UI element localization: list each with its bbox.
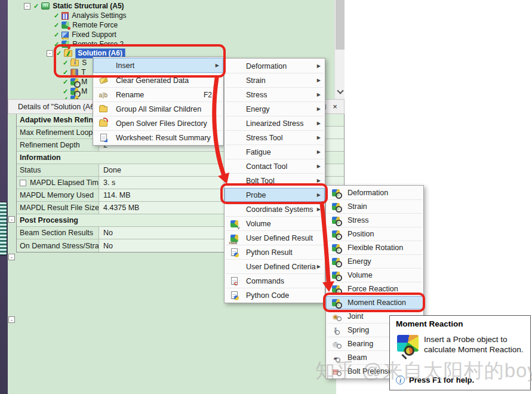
menu-item-python-result[interactable]: Python Result (225, 245, 325, 259)
tree-item-label: S (82, 59, 87, 67)
menu-item-label: Linearized Stress (241, 119, 322, 128)
bearing-probe-icon (333, 341, 339, 347)
eraser-icon (99, 76, 107, 84)
scrollbar-thumb[interactable] (336, 0, 345, 50)
checkmark-icon: ✓ (54, 21, 59, 29)
menu-item-volume[interactable]: Volume (225, 217, 325, 230)
menu-item-stress[interactable]: Stress▶ (225, 88, 325, 101)
menu-icon-slot (329, 203, 342, 210)
collapse-box-icon[interactable]: - (8, 316, 15, 323)
close-pane-button[interactable]: × (330, 101, 340, 112)
menu-icon-slot (227, 291, 241, 299)
menu-item-label: Bolt Tool (241, 177, 322, 185)
menu-icon-slot (329, 285, 342, 293)
details-label: MAPDL Elapsed Time (30, 178, 99, 187)
menu-item-energy[interactable]: Energy▶ (225, 102, 325, 116)
details-label: Refinement Depth (20, 141, 80, 149)
menu-icon-slot (227, 248, 241, 256)
tree-scrollbar[interactable] (334, 0, 345, 99)
menu-item-coordinate-systems[interactable]: Coordinate Systems▶ (225, 202, 325, 216)
tree-item-t[interactable]: ✓T (63, 67, 86, 77)
remote-force-icon (61, 21, 69, 29)
menu-icon-slot (329, 217, 342, 224)
details-label-cell: Status (17, 164, 99, 176)
checkmark-icon: ✓ (63, 78, 68, 86)
menu-item-flexible-rotation[interactable]: Flexible Rotation (326, 241, 423, 254)
scrollbar-down-arrow-icon[interactable] (337, 88, 342, 93)
menu-item-label: Deformation (342, 189, 420, 197)
menu-item-group-all-similar-children[interactable]: Group All Similar Children (93, 102, 223, 116)
menu-item-label: Coordinate Systems (241, 205, 322, 214)
collapse-box-icon[interactable]: - (8, 216, 15, 223)
tree-item-remote-force[interactable]: ✓Remote Force (54, 20, 118, 30)
details-label: Max Refinement Loops (20, 128, 97, 137)
menu-item-contact-tool[interactable]: Contact Tool▶ (225, 159, 325, 173)
menu-item-strain[interactable]: Strain (326, 200, 423, 213)
submenu-arrow-icon: ▶ (317, 207, 321, 212)
probe-icon (332, 230, 340, 238)
menu-item-user-defined-result[interactable]: User Defined Result (225, 231, 325, 245)
checkbox[interactable] (20, 180, 26, 186)
tree-expander-icon[interactable]: - (24, 3, 30, 10)
tree-item-s[interactable]: ✓S (63, 58, 87, 67)
fixed-support-icon (61, 32, 69, 38)
tree-item-fixed-support[interactable]: ✓Fixed Support (54, 30, 116, 39)
menu-item-rename[interactable]: RenameF2 (93, 88, 223, 101)
menu-item-label: Energy (342, 257, 420, 266)
menu-item-probe[interactable]: Probe▶ (225, 188, 325, 202)
menu-item-commands[interactable]: Commands (225, 274, 325, 288)
menu-item-open-solver-files-directory[interactable]: Open Solver Files Directory (93, 116, 223, 130)
tree-item-label: Remote Force (72, 21, 118, 29)
checkmark-icon: ✓ (63, 69, 68, 76)
menu-item-bolt-tool[interactable]: Bolt Tool▶ (225, 174, 325, 187)
details-label-cell: Beam Section Results (17, 227, 99, 239)
menu-item-linearized-stress[interactable]: Linearized Stress▶ (225, 116, 325, 130)
menu-icon-slot (329, 189, 342, 196)
menu-item-worksheet-result-summary[interactable]: Worksheet: Result Summary (93, 131, 223, 144)
menu-item-insert[interactable]: Insert▶ (93, 58, 223, 73)
menu-item-user-defined-criteria[interactable]: User Defined Criteria▶ (225, 260, 325, 273)
submenu-arrow-icon: ▶ (317, 178, 321, 183)
submenu-arrow-icon: ▶ (317, 106, 321, 112)
collapse-box-icon[interactable]: - (8, 254, 15, 260)
details-label: On Demand Stress/Strain (20, 242, 99, 250)
tree-item-analysis-settings[interactable]: ✓Analysis Settings (54, 11, 127, 20)
menu-item-volume[interactable]: Volume (326, 269, 423, 282)
probe-icon (332, 299, 340, 306)
menu-item-energy[interactable]: Energy (326, 255, 423, 268)
result-icon (70, 69, 78, 76)
submenu-arrow-icon: ▶ (317, 63, 321, 69)
menu-item-label: Python Code (241, 291, 322, 300)
tree-item-static-structural-a5[interactable]: -✓Static Structural (A5) (24, 1, 124, 11)
menu-item-moment-reaction[interactable]: Moment Reaction (326, 296, 423, 309)
probe-icon (332, 203, 340, 210)
menu-item-force-reaction[interactable]: Force Reaction (326, 282, 423, 296)
probe-result-icon (70, 78, 78, 85)
menu-icon-slot (96, 91, 110, 99)
details-label-cell: Refinement Depth (17, 139, 99, 151)
menu-icon-slot (329, 299, 342, 306)
menu-item-clear-generated-data[interactable]: Clear Generated Data (93, 73, 223, 87)
details-label-cell: On Demand Stress/Strain (17, 239, 99, 252)
tree-expander-icon[interactable]: - (47, 50, 53, 57)
menu-item-deformation[interactable]: Deformation▶ (225, 59, 325, 73)
menu-item-position[interactable]: Position (326, 227, 423, 241)
menu-item-stress[interactable]: Stress (326, 214, 423, 227)
menu-item-label: Contact Tool (241, 162, 322, 171)
python-result-icon (231, 248, 238, 256)
menu-item-label: Fatigue (241, 148, 322, 156)
menu-item-stress-tool[interactable]: Stress Tool▶ (225, 131, 325, 144)
python-code-icon (231, 291, 238, 299)
menu-item-deformation[interactable]: Deformation (326, 186, 423, 199)
menu-icon-slot (96, 78, 110, 83)
tooltip-footer-text: Press F1 for help. (409, 375, 474, 384)
tooltip-title: Moment Reaction (396, 319, 463, 328)
submenu-arrow-icon: ▶ (317, 149, 321, 155)
menu-item-python-code[interactable]: Python Code (225, 288, 325, 302)
menu-item-strain[interactable]: Strain▶ (225, 73, 325, 87)
tree-item-m[interactable]: ✓M (63, 77, 87, 87)
details-category-label: Information (17, 152, 61, 164)
menu-item-fatigue[interactable]: Fatigue▶ (225, 145, 325, 159)
details-value: 114. MB (103, 191, 131, 199)
probe-icon (332, 285, 340, 293)
